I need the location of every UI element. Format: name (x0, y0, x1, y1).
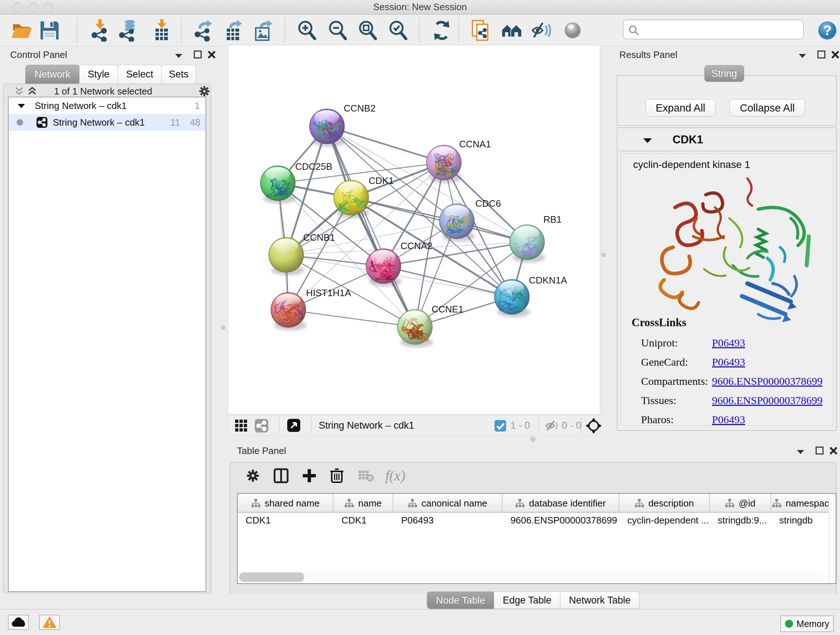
column-header-description[interactable]: description (619, 494, 710, 513)
hidden-eye-icon[interactable] (545, 420, 559, 432)
cloud-button[interactable] (8, 615, 29, 630)
node-CCNB2[interactable] (309, 109, 346, 147)
search-box[interactable] (623, 19, 804, 40)
tab-network-table[interactable]: Network Table (560, 592, 639, 609)
column-header-shared-name[interactable]: shared name (238, 494, 333, 513)
gear-icon[interactable] (198, 85, 210, 97)
cell-shared-name[interactable]: CDK1 (238, 515, 333, 529)
tab-node-table[interactable]: Node Table (427, 592, 494, 609)
import-network-database-button[interactable] (117, 19, 139, 42)
tab-select[interactable]: Select (118, 65, 162, 84)
left-splitter-handle[interactable] (221, 325, 225, 330)
zoom-fit-button[interactable] (357, 19, 379, 42)
crosshair-icon[interactable] (586, 418, 602, 434)
import-table-button[interactable] (150, 19, 173, 42)
edge-CCNB2-CCNA1[interactable] (327, 126, 444, 163)
node-CCNB1[interactable] (269, 238, 305, 276)
cell--id[interactable]: stringdb:9... (710, 515, 771, 529)
node-CDKN1A[interactable] (494, 279, 531, 318)
export-network-button[interactable] (193, 19, 215, 42)
open-session-button[interactable] (11, 19, 33, 42)
crosslink-value-link[interactable]: 9606.ENSP00000378699 (712, 394, 823, 407)
zoom-out-button[interactable] (327, 19, 349, 42)
network-row-selected[interactable]: String Network – cdk1 11 48 (9, 114, 205, 131)
panel-close-icon[interactable] (207, 50, 216, 59)
panel-float-icon[interactable] (193, 50, 202, 59)
export-image-button[interactable] (252, 19, 275, 42)
crosslink-value-link[interactable]: P06493 (712, 356, 745, 368)
memory-button[interactable]: Memory (780, 616, 834, 632)
results-float-icon[interactable] (817, 50, 826, 59)
cell-description[interactable]: cyclin-dependent ... (619, 515, 710, 529)
node-CCNA2[interactable] (366, 249, 402, 287)
node-CDK1[interactable] (334, 180, 370, 218)
network-share-icon[interactable] (254, 418, 269, 433)
scrollbar-thumb[interactable] (239, 572, 304, 582)
fx-button[interactable]: f(x) (385, 467, 406, 484)
zoom-in-button[interactable] (296, 19, 318, 42)
panel-menu-icon[interactable] (174, 53, 183, 59)
cell-namespace[interactable]: stringdb (771, 515, 836, 529)
table-gear-icon[interactable] (246, 469, 260, 483)
table-float-icon[interactable] (815, 446, 824, 455)
clear-table-icon[interactable] (358, 470, 374, 482)
hide-panels-button[interactable] (531, 19, 553, 42)
column-header--id[interactable]: @id (710, 494, 771, 513)
results-tab-string[interactable]: String (704, 65, 744, 82)
tab-edge-table[interactable]: Edge Table (494, 592, 561, 609)
results-menu-icon[interactable] (798, 53, 807, 59)
table-close-icon[interactable] (829, 446, 838, 455)
delete-column-icon[interactable] (329, 467, 345, 484)
column-header-database-identifier[interactable]: database identifier (502, 494, 619, 513)
column-header-canonical-name[interactable]: canonical name (393, 494, 502, 513)
node-HIST1H1A[interactable] (271, 293, 307, 331)
node-table[interactable]: shared name name canonical name database… (237, 493, 836, 584)
crosslink-value-link[interactable]: P06493 (712, 337, 745, 349)
right-splitter-handle[interactable] (601, 253, 606, 257)
cell-name[interactable]: CDK1 (333, 515, 393, 529)
zoom-selected-button[interactable] (387, 19, 409, 42)
import-network-file-button[interactable] (88, 19, 111, 42)
save-session-button[interactable] (38, 19, 61, 42)
show-all-panels-button[interactable] (501, 19, 523, 42)
node-CCNE1[interactable] (398, 310, 433, 348)
node-CDC25B[interactable] (261, 166, 296, 204)
table-vertical-scrollbar[interactable] (829, 494, 836, 584)
add-column-icon[interactable] (302, 468, 317, 484)
tab-style[interactable]: Style (79, 65, 118, 84)
cell-canonical-name[interactable]: P06493 (393, 515, 502, 529)
collapse-all-button[interactable]: Collapse All (729, 99, 805, 117)
node-RB1[interactable] (510, 225, 546, 263)
collection-expand-icon[interactable] (17, 103, 25, 109)
birds-eye-icon[interactable] (287, 418, 301, 432)
edge-HIST1H1A-CCNE1[interactable] (288, 310, 415, 327)
network-canvas[interactable]: CCNB2CCNA1CDC25BCDK1CDC6RB1CCNB1CCNA2CDK… (228, 45, 600, 415)
cell-database-identifier[interactable]: 9606.ENSP00000378699 (502, 515, 619, 529)
tab-sets[interactable]: Sets (161, 65, 196, 84)
node-CCNA1[interactable] (426, 145, 462, 183)
refresh-view-button[interactable] (431, 19, 453, 42)
crosslink-value-link[interactable]: 9606.ENSP00000378699 (712, 375, 823, 387)
help-button[interactable]: ? (818, 21, 840, 43)
selected-checkbox-icon[interactable] (494, 420, 507, 432)
clone-network-button[interactable] (470, 19, 493, 42)
tab-network[interactable]: Network (25, 65, 80, 84)
column-header-namespace[interactable]: namespace (771, 494, 836, 513)
grid-mode-icon[interactable] (235, 419, 248, 432)
section-collapse-icon[interactable] (643, 138, 652, 144)
table-splitter-handle[interactable] (531, 437, 535, 442)
crosslink-value-link[interactable]: P06493 (712, 413, 745, 426)
expand-all-icon[interactable] (27, 87, 38, 96)
table-horizontal-scrollbar[interactable] (238, 572, 824, 583)
network-graph[interactable]: CCNB2CCNA1CDC25BCDK1CDC6RB1CCNB1CCNA2CDK… (228, 45, 600, 414)
results-section-header[interactable]: CDK1 (618, 129, 835, 151)
results-close-icon[interactable] (831, 50, 840, 59)
export-table-button[interactable] (223, 19, 245, 42)
column-header-name[interactable]: name (333, 494, 393, 513)
select-columns-icon[interactable] (273, 468, 289, 484)
show-hide-button[interactable] (561, 19, 584, 42)
expand-all-button[interactable]: Expand All (645, 99, 715, 117)
warning-button[interactable] (39, 615, 60, 630)
table-menu-icon[interactable] (796, 449, 805, 455)
collapse-all-icon[interactable] (14, 87, 25, 96)
